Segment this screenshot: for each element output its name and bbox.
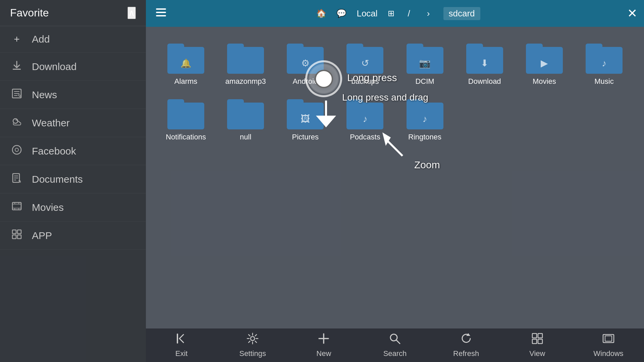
- breadcrumb: 🏠 💬 Local ⊞ / › sdcard: [169, 7, 627, 20]
- new-button[interactable]: New: [288, 328, 359, 362]
- folder-null-name: null: [240, 133, 251, 141]
- menu-button[interactable]: [153, 6, 169, 20]
- folder-android-name: Android: [292, 77, 318, 86]
- settings-icon: [247, 333, 259, 347]
- sidebar-item-news-label: News: [32, 89, 57, 101]
- folder-download[interactable]: ⬇ Download: [455, 37, 515, 93]
- sidebar-item-documents[interactable]: Documents: [0, 165, 146, 193]
- folder-pictures[interactable]: 🖼 Pictures: [275, 93, 335, 148]
- sidebar-item-add-label: Add: [32, 34, 50, 45]
- windows-icon: [602, 333, 614, 347]
- app-container: Favorite ∧ + Add Download: [0, 0, 644, 362]
- folder-podcasts[interactable]: ♪ Podcasts: [335, 93, 395, 148]
- chat-icon: 💬: [336, 9, 346, 18]
- alarms-folder-icon: 🔔: [180, 58, 191, 69]
- pictures-folder-icon: 🖼: [301, 113, 310, 124]
- sidebar-item-documents-label: Documents: [32, 174, 83, 185]
- refresh-icon: [460, 333, 472, 347]
- weather-icon: [10, 116, 23, 129]
- view-label: View: [529, 349, 545, 358]
- music-folder-icon: ♪: [602, 58, 606, 69]
- folder-alarms[interactable]: 🔔 Alarms: [156, 37, 216, 93]
- folder-dcim[interactable]: 📷 DCIM: [395, 37, 455, 93]
- sidebar-item-facebook[interactable]: Facebook: [0, 137, 146, 165]
- sidebar: Favorite ∧ + Add Download: [0, 0, 146, 362]
- main-content: 🏠 💬 Local ⊞ / › sdcard ✕ Long pres: [146, 0, 644, 362]
- close-button[interactable]: ✕: [627, 6, 637, 20]
- facebook-icon: [10, 144, 23, 158]
- svg-rect-19: [156, 15, 166, 16]
- folder-null[interactable]: null: [216, 93, 275, 148]
- svg-rect-16: [17, 235, 21, 239]
- svg-rect-14: [17, 230, 21, 234]
- search-icon: [389, 333, 401, 347]
- search-label: Search: [383, 349, 407, 358]
- settings-button[interactable]: Settings: [217, 328, 288, 362]
- sidebar-header: Favorite ∧: [0, 0, 146, 26]
- folder-dcim-name: DCIM: [415, 77, 434, 86]
- svg-point-7: [15, 148, 18, 152]
- sidebar-item-add[interactable]: + Add: [0, 26, 146, 53]
- view-icon: [531, 333, 543, 347]
- svg-rect-13: [12, 230, 16, 234]
- folder-download-name: Download: [468, 77, 501, 86]
- windows-button[interactable]: Windows: [573, 328, 644, 362]
- settings-label: Settings: [239, 349, 266, 358]
- svg-rect-34: [538, 339, 542, 344]
- sidebar-title: Favorite: [10, 7, 49, 19]
- home-icon: 🏠: [316, 9, 326, 18]
- folder-ringtones[interactable]: ♪ Ringtones: [395, 93, 455, 148]
- sidebar-item-weather[interactable]: Weather: [0, 109, 146, 137]
- windows-label: Windows: [593, 349, 623, 358]
- refresh-button[interactable]: Refresh: [431, 328, 502, 362]
- folder-movies-name: Movies: [533, 77, 556, 86]
- folder-movies[interactable]: ▶ Movies: [515, 37, 574, 93]
- sidebar-item-download[interactable]: Download: [0, 53, 146, 81]
- svg-rect-36: [605, 336, 612, 341]
- top-bar: 🏠 💬 Local ⊞ / › sdcard ✕: [146, 0, 644, 27]
- svg-rect-12: [12, 202, 21, 210]
- breadcrumb-arrow: ›: [427, 8, 430, 19]
- folder-android[interactable]: ⚙ Android: [275, 37, 335, 93]
- svg-rect-33: [532, 339, 537, 344]
- svg-rect-24: [177, 334, 178, 344]
- folder-music-name: Music: [594, 77, 613, 86]
- sidebar-item-app-label: APP: [32, 230, 52, 241]
- folder-backups[interactable]: ↺ backups: [335, 37, 395, 93]
- new-label: New: [316, 349, 331, 358]
- folder-music[interactable]: ♪ Music: [574, 37, 634, 93]
- view-button[interactable]: View: [502, 328, 573, 362]
- svg-rect-15: [12, 235, 16, 239]
- folder-ringtones-name: Ringtones: [408, 133, 441, 141]
- folder-notifications[interactable]: Notifications: [156, 93, 216, 148]
- file-grid: 🔔 Alarms amazonmp3: [146, 27, 644, 158]
- android-folder-icon: ⚙: [301, 58, 310, 69]
- folder-pictures-name: Pictures: [292, 133, 319, 141]
- sidebar-collapse-button[interactable]: ∧: [127, 7, 136, 19]
- news-icon: [10, 88, 23, 101]
- exit-button[interactable]: Exit: [146, 328, 217, 362]
- search-button[interactable]: Search: [359, 328, 430, 362]
- svg-rect-31: [532, 334, 537, 338]
- svg-line-29: [396, 340, 400, 344]
- sidebar-item-weather-label: Weather: [32, 117, 70, 129]
- folder-amazonmp3[interactable]: amazonmp3: [216, 37, 275, 93]
- exit-label: Exit: [175, 349, 188, 358]
- documents-icon: [10, 173, 23, 186]
- zoom-label: Zoom: [414, 159, 440, 171]
- app-icon: [10, 229, 23, 242]
- ringtones-folder-icon: ♪: [423, 114, 427, 124]
- sidebar-item-news[interactable]: News: [0, 81, 146, 109]
- backups-folder-icon: ↺: [361, 58, 369, 69]
- sidebar-item-movies[interactable]: Movies: [0, 193, 146, 222]
- folder-backups-name: backups: [351, 77, 379, 86]
- folder-notifications-name: Notifications: [166, 133, 206, 141]
- download-icon: [10, 60, 23, 73]
- sidebar-item-app[interactable]: APP: [0, 222, 146, 250]
- svg-rect-0: [13, 69, 21, 70]
- svg-point-25: [251, 337, 255, 341]
- sidebar-item-movies-label: Movies: [32, 202, 64, 213]
- location-label: sdcard: [443, 7, 480, 20]
- folder-alarms-name: Alarms: [174, 77, 197, 86]
- podcasts-folder-icon: ♪: [363, 114, 367, 124]
